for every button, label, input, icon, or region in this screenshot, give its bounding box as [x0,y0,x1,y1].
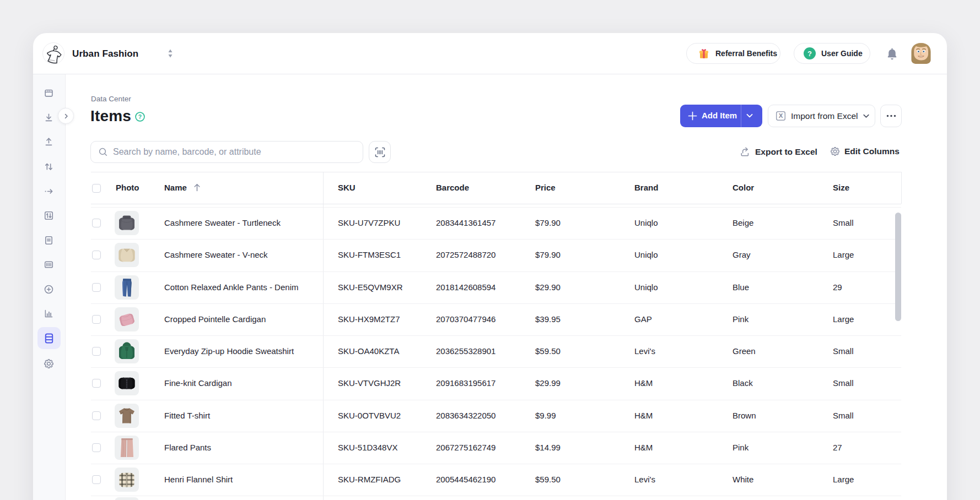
svg-text:?: ? [807,50,812,58]
svg-text:X: X [779,112,783,119]
svg-text:?: ? [138,114,142,120]
